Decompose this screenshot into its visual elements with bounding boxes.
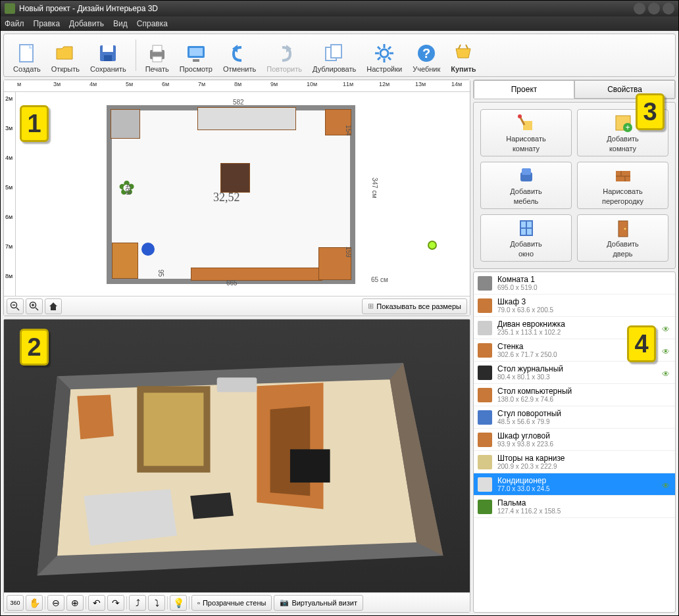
settings-button[interactable]: Настройки	[363, 36, 406, 74]
selection-handle[interactable]	[428, 241, 437, 250]
undo-button[interactable]: Отменить	[219, 36, 260, 74]
buy-button[interactable]: Купить	[447, 36, 480, 74]
maximize-button[interactable]	[648, 3, 660, 14]
show-all-sizes-button[interactable]: ⊞Показывать все размеры	[362, 298, 467, 314]
visibility-icon[interactable]: 👁	[662, 369, 671, 376]
furniture-chair[interactable]	[141, 243, 155, 256]
rotate-ccw-button[interactable]: ↶	[88, 595, 105, 611]
draw-partition-button[interactable]: Нарисоватьперегородку	[577, 162, 668, 209]
item-dims: 138.0 x 62.9 x 74.6	[497, 396, 671, 403]
list-item[interactable]: Кондиционер77.0 x 33.0 x 24.5👁	[474, 473, 675, 496]
tab-project[interactable]: Проект	[474, 80, 574, 99]
svg-rect-59	[618, 221, 628, 237]
ruler-v-tick: 6м	[5, 214, 13, 220]
redo-button[interactable]: Повторить	[263, 36, 306, 74]
preview-button[interactable]: Просмотр	[176, 36, 216, 74]
room-area: 32,52	[213, 191, 240, 204]
plan-2d-pane: м3м4м5м6м7м8м9м10м11м12м13м14м 2м3м4м5м6…	[3, 80, 470, 316]
menu-Вид[interactable]: Вид	[113, 19, 128, 28]
draw-room-button[interactable]: Нарисоватькомнату	[480, 109, 572, 156]
virtual-visit-button[interactable]: 📷Виртуальный визит	[274, 595, 363, 611]
dim-right: 347 см	[371, 178, 378, 198]
list-item[interactable]: Шкаф 379.0 x 63.6 x 200.5	[474, 295, 675, 317]
rotate-360-button[interactable]: 360	[7, 595, 24, 611]
svg-point-46	[518, 114, 522, 118]
svg-rect-9	[193, 59, 199, 62]
dim-r2: 154	[345, 125, 352, 136]
svg-text:?: ?	[422, 46, 430, 60]
svg-rect-11	[331, 45, 341, 58]
list-item[interactable]: Комната 1695.0 x 519.0	[474, 272, 675, 295]
open-button[interactable]: Открыть	[47, 36, 84, 74]
furniture-table[interactable]	[220, 163, 250, 193]
tilt-down-button[interactable]: ⤵	[148, 595, 165, 611]
svg-marker-41	[84, 489, 177, 546]
transparent-walls-button[interactable]: ▫Прозрачные стены	[191, 595, 272, 611]
list-item[interactable]: Стол журнальный80.4 x 80.1 x 30.3👁	[474, 362, 675, 384]
open-label: Открыть	[51, 65, 80, 73]
furniture-wall-unit[interactable]	[191, 268, 322, 281]
item-name: Комната 1	[497, 275, 671, 284]
menu-Файл[interactable]: Файл	[5, 19, 24, 28]
furniture-sofa[interactable]	[197, 107, 296, 130]
menu-Добавить[interactable]: Добавить	[69, 19, 104, 28]
add-room-icon: +	[613, 113, 633, 133]
open-icon	[54, 42, 76, 64]
list-item[interactable]: Стул поворотный48.5 x 56.6 x 79.9	[474, 406, 675, 429]
svg-text:+: +	[625, 123, 630, 132]
item-name: Стол компьютерный	[497, 387, 671, 396]
add-window-icon	[516, 218, 536, 238]
canvas-3d[interactable]	[4, 320, 470, 592]
zoom-in-3d-button[interactable]: ⊕	[66, 595, 84, 611]
add-door-button[interactable]: Добавитьдверь	[577, 214, 668, 262]
zoom-out-3d-button[interactable]: ⊖	[47, 595, 64, 611]
create-button[interactable]: Создать	[9, 36, 45, 74]
menu-Справка[interactable]: Справка	[137, 19, 168, 28]
visibility-icon[interactable]: 👁	[662, 481, 671, 488]
ruler-h-tick: 11м	[343, 81, 353, 87]
close-button[interactable]	[663, 3, 674, 14]
pan-button[interactable]: ✋	[26, 595, 43, 611]
minimize-button[interactable]	[634, 3, 645, 14]
duplicate-button[interactable]: Дублировать	[309, 36, 360, 74]
save-button[interactable]: Сохранить	[86, 36, 130, 74]
zoom-out-button[interactable]	[7, 298, 24, 314]
create-icon	[16, 42, 38, 64]
svg-rect-3	[104, 55, 112, 61]
ruler-h-tick: 5м	[126, 81, 133, 87]
rotate-cw-button[interactable]: ↷	[107, 595, 124, 611]
ruler-horizontal: м3м4м5м6м7м8м9м10м11м12м13м14м	[4, 80, 470, 92]
furniture-desk[interactable]	[112, 243, 138, 279]
visibility-icon[interactable]: 👁	[662, 325, 671, 331]
svg-point-12	[380, 49, 388, 57]
ruler-h-tick: 4м	[89, 81, 97, 87]
list-item[interactable]: Стол компьютерный138.0 x 62.9 x 74.6	[474, 384, 675, 406]
light-button[interactable]: 💡	[170, 595, 187, 611]
left-column: м3м4м5м6м7м8м9м10м11м12м13м14м 2м3м4м5м6…	[3, 80, 470, 613]
add-furniture-button[interactable]: Добавитьмебель	[480, 162, 572, 209]
visibility-icon[interactable]: 👁	[662, 347, 671, 354]
annotation-3: 3	[636, 93, 665, 130]
item-thumb	[478, 455, 492, 469]
print-button[interactable]: Печать	[141, 36, 173, 74]
ruler-v-tick: 8м	[5, 273, 13, 279]
plant-icon[interactable]: ✿	[118, 176, 151, 209]
canvas-2d[interactable]: ✿ 32,52 582 347 см 489 665 154 65 см 95 …	[16, 92, 470, 296]
settings-icon	[373, 42, 395, 64]
tilt-up-button[interactable]: ⤴	[129, 595, 146, 611]
ruler-h-tick: 14м	[451, 81, 462, 87]
list-item[interactable]: Шкаф угловой93.9 x 93.8 x 223.6	[474, 429, 675, 451]
item-name: Шкаф угловой	[497, 431, 671, 440]
home-button[interactable]	[45, 298, 62, 314]
dim-r3: 159	[345, 247, 352, 258]
list-item[interactable]: Шторы на карнизе200.9 x 20.3 x 222.9	[474, 451, 675, 473]
svg-rect-45	[523, 121, 532, 130]
add-window-button[interactable]: Добавитьокно	[480, 214, 572, 262]
tutorial-button[interactable]: ?Учебник	[409, 36, 444, 74]
menu-Правка[interactable]: Правка	[34, 19, 61, 28]
tutorial-label: Учебник	[413, 65, 440, 73]
furniture-wardrobe-corner[interactable]	[111, 109, 140, 139]
zoom-in-button[interactable]	[26, 298, 43, 314]
list-item[interactable]: Пальма127.4 x 116.2 x 158.5	[474, 496, 675, 518]
item-dims: 77.0 x 33.0 x 24.5	[497, 485, 657, 492]
